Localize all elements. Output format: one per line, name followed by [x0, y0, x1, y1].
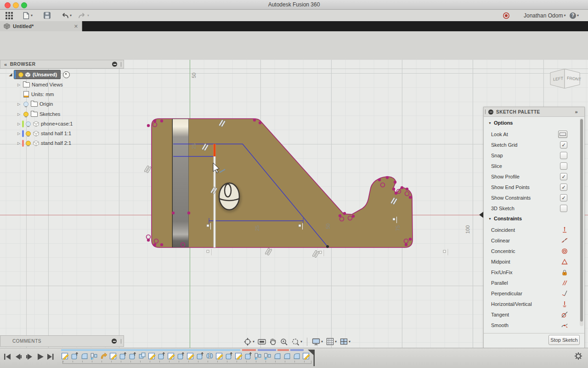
display-settings-icon[interactable]: [312, 338, 323, 345]
expand-arrow-icon[interactable]: ▷: [16, 122, 22, 126]
orbit-icon[interactable]: [243, 338, 254, 346]
timeline-op-fillet[interactable]: [273, 352, 281, 360]
timeline-track[interactable]: [61, 352, 310, 360]
zoom-window-icon[interactable]: [291, 338, 302, 346]
option-show-end-points[interactable]: Show End Points: [491, 182, 573, 192]
timeline-op-extrude[interactable]: [158, 352, 165, 360]
app-launcher-icon[interactable]: [6, 11, 13, 20]
constraint-colinear[interactable]: Colinear: [491, 236, 573, 246]
palette-dock-icon[interactable]: [575, 109, 578, 115]
option-snap[interactable]: Snap: [491, 150, 573, 161]
timeline-position-marker[interactable]: [307, 349, 316, 367]
option-look-at[interactable]: Look At: [491, 129, 573, 139]
timeline-op-sketch[interactable]: [215, 352, 223, 360]
timeline-op-fillet[interactable]: [283, 352, 291, 360]
tree-item-units[interactable]: Units: mm: [16, 90, 54, 99]
look-at-icon[interactable]: [258, 339, 266, 345]
timeline-op-sketch[interactable]: [148, 352, 156, 360]
visibility-bulb-icon[interactable]: [26, 141, 31, 146]
help-menu[interactable]: ?: [570, 11, 579, 20]
undo-button[interactable]: [61, 11, 72, 20]
tree-item-sketches[interactable]: ▷ Sketches: [16, 109, 60, 119]
view-cube[interactable]: LEFT FRONT: [547, 64, 583, 94]
timeline-op-mirror[interactable]: [206, 352, 214, 360]
constraint-horizontal-vertical[interactable]: Horizontal/Vertical: [491, 299, 573, 309]
constraint-tangent[interactable]: Tangent: [491, 310, 573, 320]
timeline-op-sketch[interactable]: [61, 352, 69, 360]
timeline-settings-gear-icon[interactable]: [574, 352, 582, 360]
option-show-constraints[interactable]: Show Constraints: [491, 193, 573, 203]
timeline-op-extrude[interactable]: [119, 352, 127, 360]
constraints-section-header[interactable]: Constraints: [488, 216, 522, 221]
timeline-op-extrude[interactable]: [244, 352, 252, 360]
timeline-op-sketch[interactable]: [109, 352, 117, 360]
palette-collapse-icon[interactable]: [488, 109, 493, 115]
3d-sketch-checkbox[interactable]: [560, 205, 567, 212]
viewport-canvas[interactable]: 5025255075100 BROWSER ◢ (Unsaved) ▷: [0, 60, 588, 348]
timeline-op-extrude[interactable]: [71, 352, 79, 360]
constraint-parallel[interactable]: Parallel: [491, 278, 573, 288]
browser-root-row[interactable]: ◢ (Unsaved): [7, 70, 70, 79]
timeline-step-back-button[interactable]: [15, 353, 22, 361]
expand-arrow-icon[interactable]: ▷: [16, 132, 22, 136]
look-at-button[interactable]: [558, 131, 567, 138]
timeline-play-button[interactable]: [37, 353, 44, 361]
expand-arrow-icon[interactable]: ▷: [16, 112, 22, 116]
timeline-op-extrude[interactable]: [196, 352, 204, 360]
timeline-go-to-end-button[interactable]: [47, 353, 54, 361]
visibility-bulb-icon[interactable]: [26, 121, 31, 126]
document-tab[interactable]: Untitled* ✕: [0, 21, 82, 31]
constraint-midpoint[interactable]: Midpoint: [491, 257, 573, 267]
timeline-op-sketch[interactable]: [167, 352, 175, 360]
scrollbar-thumb[interactable]: [580, 119, 583, 322]
constraint-smooth[interactable]: Smooth: [491, 320, 573, 330]
constraint-fix-unfix[interactable]: Fix/UnFix: [491, 267, 573, 277]
palette-scrollbar[interactable]: [580, 118, 583, 326]
record-icon[interactable]: [503, 11, 510, 20]
pan-icon[interactable]: [269, 338, 277, 345]
tree-item-origin[interactable]: ▷ Origin: [16, 99, 53, 109]
snap-checkbox[interactable]: [560, 152, 567, 159]
zoom-icon[interactable]: [280, 338, 288, 346]
show-profile-checkbox[interactable]: [560, 173, 567, 180]
expand-arrow-icon[interactable]: ◢: [7, 72, 14, 77]
timeline-op-gold[interactable]: [100, 352, 107, 360]
show-end-points-checkbox[interactable]: [560, 184, 567, 191]
tree-item-named-views[interactable]: ▷ Named Views: [16, 80, 63, 89]
timeline-op-extrude[interactable]: [225, 352, 233, 360]
browser-collapse-icon[interactable]: [112, 62, 117, 67]
option-show-profile[interactable]: Show Profile: [491, 172, 573, 182]
timeline-step-forward-button[interactable]: [26, 353, 33, 361]
timeline-op-joint[interactable]: [254, 352, 262, 360]
constraint-concentric[interactable]: Concentric: [491, 246, 573, 256]
stop-sketch-palette-button[interactable]: Stop Sketch: [548, 335, 580, 345]
visibility-bulb-icon[interactable]: [23, 102, 28, 107]
sketch-grid-checkbox[interactable]: [560, 141, 567, 149]
comments-grip[interactable]: [121, 339, 122, 344]
expand-arrow-icon[interactable]: ▷: [16, 83, 22, 87]
timeline-op-joint[interactable]: [264, 352, 271, 360]
user-menu[interactable]: Jonathan Odom: [524, 11, 565, 20]
option-slice[interactable]: Slice: [491, 161, 573, 171]
timeline-op-extrude[interactable]: [177, 352, 185, 360]
expand-arrow-icon[interactable]: ▷: [16, 102, 22, 106]
tree-item-phone-case[interactable]: ▷ phone+case:1: [16, 119, 73, 128]
timeline-op-sketch[interactable]: [235, 352, 243, 360]
grid-settings-icon[interactable]: [326, 338, 337, 345]
timeline-op-fillet[interactable]: [80, 352, 88, 360]
browser-grip[interactable]: [121, 62, 122, 67]
timeline-op-extrude[interactable]: [129, 352, 136, 360]
tab-close-icon[interactable]: ✕: [74, 23, 78, 29]
visibility-bulb-icon[interactable]: [23, 112, 28, 117]
show-constraints-checkbox[interactable]: [560, 194, 567, 201]
timeline-op-sketch[interactable]: [187, 352, 194, 360]
timeline-go-to-start-button[interactable]: [4, 353, 11, 361]
browser-header[interactable]: BROWSER: [0, 60, 124, 69]
timeline-op-combine[interactable]: [138, 352, 146, 360]
option-3d-sketch[interactable]: 3D Sketch: [491, 203, 573, 213]
redo-button[interactable]: [78, 11, 89, 20]
tree-item-stand-half-1[interactable]: ▷ stand half 1:1: [16, 129, 71, 138]
constraint-coincident[interactable]: Coincident: [491, 225, 573, 235]
comments-collapse-icon[interactable]: [112, 339, 117, 344]
file-menu-button[interactable]: [22, 11, 33, 20]
